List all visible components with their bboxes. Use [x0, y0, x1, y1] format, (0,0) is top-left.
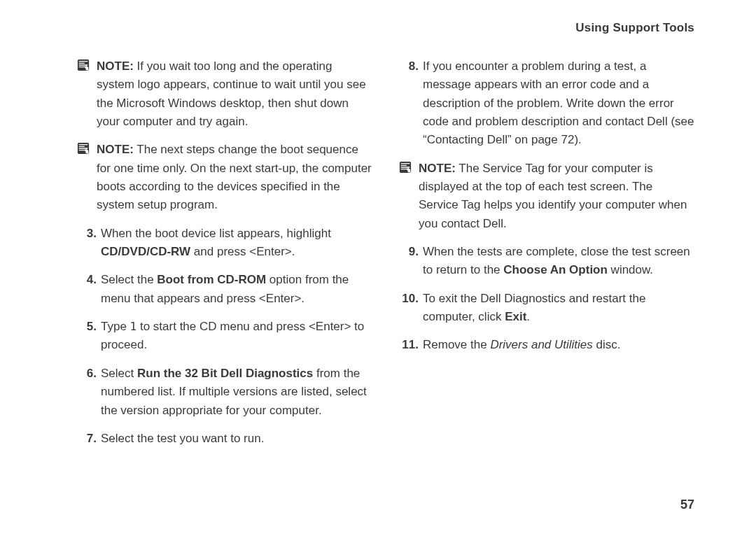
list-item: 8. If you encounter a problem during a t… [400, 57, 694, 150]
text-fragment: disc. [593, 338, 621, 351]
note-body: If you wait too long and the operating s… [97, 59, 366, 128]
text-fragment: When the boot device list appears, highl… [101, 227, 331, 240]
step-text: Remove the Drivers and Utilities disc. [423, 336, 694, 354]
note-block: NOTE: If you wait too long and the opera… [78, 57, 372, 131]
note-block: NOTE: The Service Tag for your computer … [400, 160, 694, 233]
step-text: When the tests are complete, close the t… [423, 243, 694, 280]
text-bold: Choose An Option [503, 263, 608, 276]
list-item: 6. Select Run the 32 Bit Dell Diagnostic… [78, 365, 372, 420]
list-item: 10. To exit the Dell Diagnostics and res… [400, 290, 694, 327]
text-fragment: Select the [101, 273, 157, 286]
text-fragment: window. [608, 263, 653, 276]
note-block: NOTE: The next steps change the boot seq… [78, 141, 372, 214]
note-text: NOTE: The Service Tag for your computer … [419, 160, 694, 233]
text-bold: Boot from CD-ROM [157, 273, 266, 286]
note-icon [78, 141, 97, 214]
left-column: NOTE: If you wait too long and the opera… [78, 57, 372, 458]
text-mono: 1 [130, 320, 137, 333]
note-label: NOTE: [97, 59, 134, 73]
step-number: 6. [78, 365, 101, 420]
step-number: 4. [78, 271, 101, 308]
page-number: 57 [680, 498, 694, 512]
content-columns: NOTE: If you wait too long and the opera… [78, 57, 694, 458]
step-text: When the boot device list appears, highl… [101, 225, 372, 262]
text-bold: Run the 32 Bit Dell Diagnostics [137, 367, 313, 380]
step-text: Select Run the 32 Bit Dell Diagnostics f… [101, 365, 372, 420]
text-fragment: Remove the [423, 338, 490, 351]
step-text: Type 1 to start the CD menu and press <E… [101, 318, 372, 355]
text-fragment: Type [101, 320, 130, 333]
note-text: NOTE: If you wait too long and the opera… [97, 57, 372, 131]
step-text: If you encounter a problem during a test… [423, 57, 694, 150]
list-item: 5. Type 1 to start the CD menu and press… [78, 318, 372, 355]
note-label: NOTE: [419, 162, 456, 175]
list-item: 7. Select the test you want to run. [78, 430, 372, 448]
step-number: 10. [400, 290, 423, 327]
text-fragment: To exit the Dell Diagnostics and restart… [423, 292, 645, 323]
text-fragment: and press <Enter>. [190, 245, 295, 258]
list-item: 4. Select the Boot from CD-ROM option fr… [78, 271, 372, 308]
note-text: NOTE: The next steps change the boot seq… [97, 141, 372, 214]
step-number: 9. [400, 243, 423, 280]
text-italic: Drivers and Utilities [490, 338, 592, 351]
document-page: Using Support Tools NOTE: If you [0, 0, 756, 536]
step-text: Select the Boot from CD-ROM option from … [101, 271, 372, 308]
note-icon [78, 57, 97, 131]
step-text: To exit the Dell Diagnostics and restart… [423, 290, 694, 327]
step-text: Select the test you want to run. [101, 430, 372, 448]
list-item: 3. When the boot device list appears, hi… [78, 225, 372, 262]
text-fragment: to start the CD menu and press <Enter> t… [101, 320, 364, 351]
note-body: The next steps change the boot sequence … [97, 143, 372, 211]
step-number: 7. [78, 430, 101, 448]
step-number: 11. [400, 336, 423, 354]
list-item: 11. Remove the Drivers and Utilities dis… [400, 336, 694, 354]
section-header: Using Support Tools [78, 21, 694, 35]
text-bold: CD/DVD/CD-RW [101, 245, 190, 258]
text-bold: Exit [505, 310, 526, 323]
step-number: 5. [78, 318, 101, 355]
step-number: 8. [400, 57, 423, 150]
step-number: 3. [78, 225, 101, 262]
text-fragment: . [526, 310, 530, 323]
note-icon [400, 160, 419, 233]
text-fragment: Select [101, 367, 137, 380]
list-item: 9. When the tests are complete, close th… [400, 243, 694, 280]
note-label: NOTE: [97, 143, 134, 156]
note-body: The Service Tag for your computer is dis… [419, 162, 687, 230]
right-column: 8. If you encounter a problem during a t… [400, 57, 694, 458]
